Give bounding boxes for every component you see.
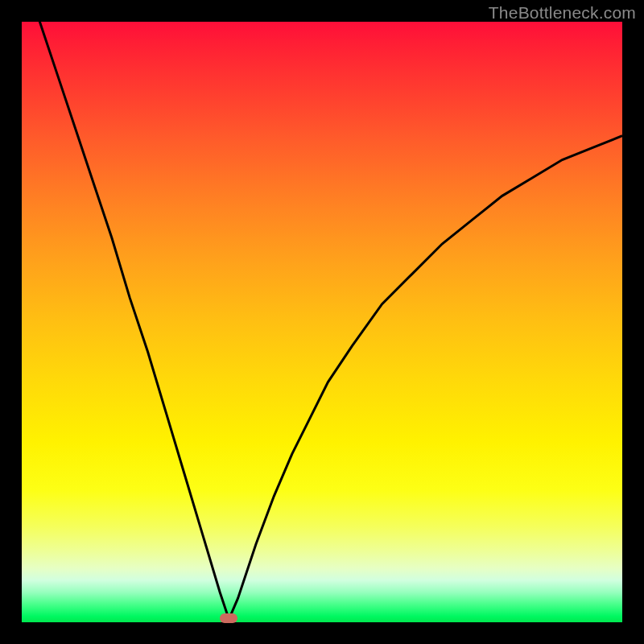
bottleneck-curve [22, 22, 622, 622]
chart-plot-area [22, 22, 622, 622]
bottleneck-minimum-marker [220, 613, 237, 623]
watermark-text: TheBottleneck.com [489, 3, 636, 23]
curve-path [22, 22, 622, 619]
